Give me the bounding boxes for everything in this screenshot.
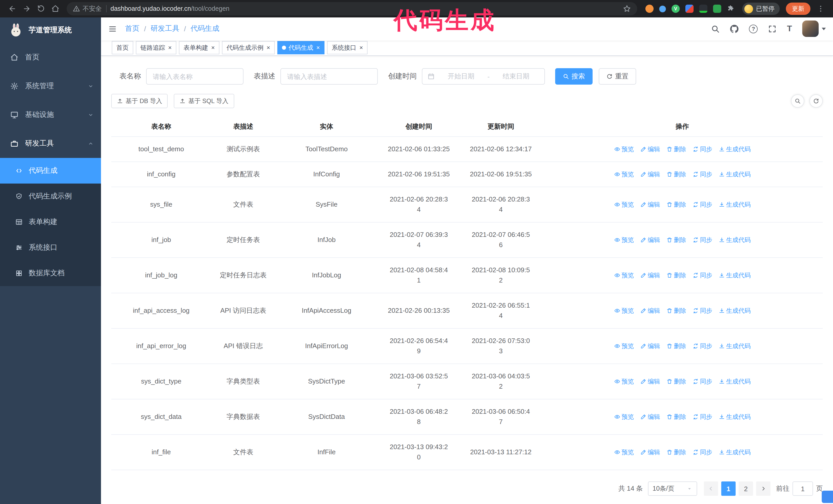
address-bar[interactable]: 不安全 dashboard.yudao.iocoder.cn/tool/code… bbox=[67, 2, 637, 16]
vue-devtools-icon[interactable]: V bbox=[671, 5, 680, 13]
sync-link[interactable]: 同步 bbox=[692, 412, 712, 422]
edit-link[interactable]: 编辑 bbox=[640, 144, 660, 154]
page-button-2[interactable]: 2 bbox=[739, 481, 753, 496]
generate-code-link[interactable]: 生成代码 bbox=[718, 199, 751, 210]
delete-link[interactable]: 删除 bbox=[666, 341, 686, 351]
fullscreen-icon[interactable] bbox=[768, 25, 777, 33]
sidebar-item-system-api[interactable]: 系统接口 bbox=[0, 235, 101, 261]
edit-link[interactable]: 编辑 bbox=[640, 199, 660, 210]
preview-link[interactable]: 预览 bbox=[614, 376, 634, 387]
extension-orange-icon[interactable] bbox=[645, 5, 653, 13]
browser-update-button[interactable]: 更新 bbox=[786, 3, 810, 15]
browser-reload-button[interactable] bbox=[34, 2, 48, 16]
tab-tracing[interactable]: 链路追踪× bbox=[136, 41, 176, 55]
edit-link[interactable]: 编辑 bbox=[640, 341, 660, 351]
bookmark-star-icon[interactable] bbox=[623, 5, 631, 13]
sync-link[interactable]: 同步 bbox=[692, 144, 712, 154]
table-name-input[interactable] bbox=[146, 68, 243, 85]
preview-link[interactable]: 预览 bbox=[614, 306, 634, 316]
browser-forward-button[interactable] bbox=[20, 2, 34, 16]
browser-home-button[interactable] bbox=[48, 2, 63, 16]
preview-link[interactable]: 预览 bbox=[614, 235, 634, 245]
generate-code-link[interactable]: 生成代码 bbox=[718, 235, 751, 245]
goto-page-input[interactable] bbox=[792, 481, 813, 496]
edit-link[interactable]: 编辑 bbox=[640, 169, 660, 179]
preview-link[interactable]: 预览 bbox=[614, 412, 634, 422]
search-icon[interactable] bbox=[711, 25, 720, 33]
sidebar-item-form-builder[interactable]: 表单构建 bbox=[0, 209, 101, 235]
import-db-button[interactable]: 基于 DB 导入 bbox=[111, 94, 168, 108]
extension-people-icon[interactable] bbox=[685, 5, 694, 13]
browser-menu-button[interactable] bbox=[813, 2, 828, 16]
sidebar-item-infrastructure[interactable]: 基础设施 bbox=[0, 100, 101, 129]
generate-code-link[interactable]: 生成代码 bbox=[718, 270, 751, 281]
hamburger-icon[interactable] bbox=[108, 25, 117, 33]
sidebar-item-db-docs[interactable]: 数据库文档 bbox=[0, 261, 101, 286]
reset-button[interactable]: 重置 bbox=[599, 68, 636, 85]
close-icon[interactable]: × bbox=[266, 45, 270, 51]
sync-link[interactable]: 同步 bbox=[692, 235, 712, 245]
edit-link[interactable]: 编辑 bbox=[640, 306, 660, 316]
prev-page-button[interactable] bbox=[704, 481, 718, 496]
sync-link[interactable]: 同步 bbox=[692, 169, 712, 179]
sync-link[interactable]: 同步 bbox=[692, 199, 712, 210]
sync-link[interactable]: 同步 bbox=[692, 376, 712, 387]
table-desc-input[interactable] bbox=[280, 68, 378, 85]
preview-link[interactable]: 预览 bbox=[614, 341, 634, 351]
tab-home[interactable]: 首页 bbox=[112, 41, 133, 55]
delete-link[interactable]: 删除 bbox=[666, 376, 686, 387]
tab-codegen-example[interactable]: 代码生成示例× bbox=[222, 41, 275, 55]
delete-link[interactable]: 删除 bbox=[666, 306, 686, 316]
page-size-select[interactable]: 10条/页 bbox=[648, 481, 697, 496]
sync-link[interactable]: 同步 bbox=[692, 341, 712, 351]
close-icon[interactable]: × bbox=[359, 45, 363, 51]
sync-link[interactable]: 同步 bbox=[692, 270, 712, 281]
profile-chip[interactable]: 已暂停 bbox=[742, 3, 780, 15]
generate-code-link[interactable]: 生成代码 bbox=[718, 341, 751, 351]
close-icon[interactable]: × bbox=[316, 45, 320, 51]
generate-code-link[interactable]: 生成代码 bbox=[718, 144, 751, 154]
close-icon[interactable]: × bbox=[168, 45, 172, 51]
delete-link[interactable]: 删除 bbox=[666, 270, 686, 281]
refresh-table-button[interactable] bbox=[809, 94, 823, 108]
sidebar-item-codegen[interactable]: 代码生成 bbox=[0, 158, 101, 184]
preview-link[interactable]: 预览 bbox=[614, 144, 634, 154]
close-icon[interactable]: × bbox=[211, 45, 215, 51]
delete-link[interactable]: 删除 bbox=[666, 447, 686, 457]
breadcrumb-devtools[interactable]: 研发工具 bbox=[151, 24, 180, 33]
date-range-picker[interactable]: 开始日期 - 结束日期 bbox=[422, 68, 545, 85]
tab-form-builder[interactable]: 表单构建× bbox=[179, 41, 219, 55]
github-icon[interactable] bbox=[730, 25, 739, 33]
user-menu[interactable] bbox=[802, 21, 826, 37]
edit-link[interactable]: 编辑 bbox=[640, 376, 660, 387]
preview-link[interactable]: 预览 bbox=[614, 199, 634, 210]
extension-screenshot-icon[interactable] bbox=[699, 5, 708, 13]
edit-link[interactable]: 编辑 bbox=[640, 447, 660, 457]
generate-code-link[interactable]: 生成代码 bbox=[718, 169, 751, 179]
delete-link[interactable]: 删除 bbox=[666, 199, 686, 210]
sidebar-item-codegen-example[interactable]: 代码生成示例 bbox=[0, 184, 101, 209]
next-page-button[interactable] bbox=[756, 481, 770, 496]
sidebar-item-home[interactable]: 首页 bbox=[0, 43, 101, 72]
delete-link[interactable]: 删除 bbox=[666, 169, 686, 179]
import-sql-button[interactable]: 基于 SQL 导入 bbox=[174, 94, 234, 108]
corner-widget[interactable] bbox=[822, 491, 833, 503]
page-button-1[interactable]: 1 bbox=[721, 481, 736, 496]
sidebar-item-devtools[interactable]: 研发工具 bbox=[0, 129, 101, 158]
sync-link[interactable]: 同步 bbox=[692, 306, 712, 316]
generate-code-link[interactable]: 生成代码 bbox=[718, 306, 751, 316]
help-icon[interactable]: ? bbox=[749, 25, 758, 33]
extension-green-icon[interactable] bbox=[713, 5, 721, 13]
search-button[interactable]: 搜索 bbox=[555, 68, 593, 85]
delete-link[interactable]: 删除 bbox=[666, 412, 686, 422]
sync-link[interactable]: 同步 bbox=[692, 447, 712, 457]
generate-code-link[interactable]: 生成代码 bbox=[718, 447, 751, 457]
edit-link[interactable]: 编辑 bbox=[640, 235, 660, 245]
toggle-search-button[interactable] bbox=[791, 94, 804, 108]
delete-link[interactable]: 删除 bbox=[666, 235, 686, 245]
generate-code-link[interactable]: 生成代码 bbox=[718, 412, 751, 422]
font-size-icon[interactable]: T bbox=[787, 25, 792, 33]
edit-link[interactable]: 编辑 bbox=[640, 412, 660, 422]
extension-blue-pin-icon[interactable] bbox=[659, 5, 666, 12]
preview-link[interactable]: 预览 bbox=[614, 270, 634, 281]
